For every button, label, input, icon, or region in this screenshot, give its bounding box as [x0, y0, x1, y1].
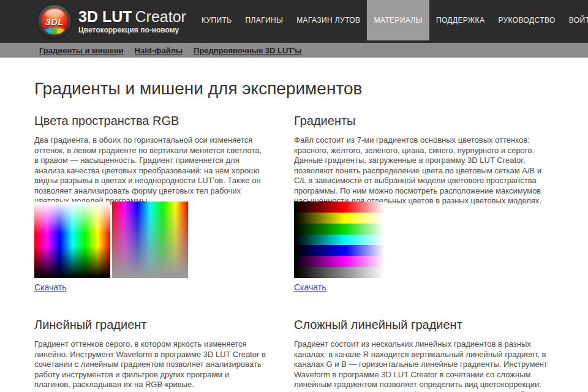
- color-stripes-figure: [294, 202, 554, 278]
- page: 3DL 3D LUTCreator Цветокоррекция по-ново…: [0, 0, 588, 392]
- section-heading-complex-linear-gradient: Сложный линейный градиент: [294, 317, 554, 332]
- nav-plugins[interactable]: ПЛАГИНЫ: [238, 0, 290, 40]
- column-left: Цвета пространства RGB Два градиента, в …: [34, 113, 267, 392]
- site-header: 3DL 3D LUTCreator Цветокоррекция по-ново…: [0, 0, 588, 43]
- logo-title: 3D LUTCreator: [78, 9, 186, 25]
- section-heading-rgb-space: Цвета пространства RGB: [34, 113, 267, 128]
- section-body-linear-gradient: Градиент оттенков серого, в котором ярко…: [34, 339, 267, 392]
- badge-rainbow-arc: [43, 28, 66, 34]
- gradient-stripe: [294, 267, 387, 278]
- rgb-gradients-figure: [34, 202, 267, 278]
- section-body-gradients: Файл состоит из 7-ми градиентов основных…: [294, 135, 554, 197]
- main-content: Градиенты и мишени для экспериментов Цве…: [0, 58, 588, 392]
- page-title: Градиенты и мишени для экспериментов: [34, 78, 554, 99]
- section-heading-gradients: Градиенты: [294, 113, 554, 128]
- hue-lightness-gradient-image: [34, 202, 110, 278]
- download-link-rgb-space[interactable]: Скачать: [34, 282, 67, 292]
- subnav: Градиенты и мишени Hald-файлы Предпрояво…: [0, 43, 588, 58]
- hue-saturation-gradient-image: [112, 202, 188, 278]
- gradient-stripe: [294, 202, 387, 213]
- subnav-hald-files[interactable]: Hald-файлы: [135, 46, 183, 55]
- gradient-stripe: [294, 245, 387, 256]
- nav-login[interactable]: ВОЙТИ: [562, 0, 588, 40]
- nav-manual[interactable]: РУКОВОДСТВО: [491, 0, 562, 40]
- gradient-stripe: [294, 213, 387, 224]
- nav-materials[interactable]: МАТЕРИАЛЫ: [367, 0, 429, 40]
- logo-3dl-badge-icon: 3DL: [38, 5, 71, 38]
- badge-label: 3DL: [45, 17, 64, 27]
- nav-lut-store[interactable]: МАГАЗИН ЛУТОВ: [290, 0, 367, 40]
- logo[interactable]: 3DL 3D LUTCreator Цветокоррекция по-ново…: [38, 5, 186, 38]
- download-link-gradients[interactable]: Скачать: [294, 282, 326, 292]
- section-heading-linear-gradient: Линейный градиент: [34, 317, 267, 332]
- section-body-complex-linear-gradient: Градиент состоит из нескольких линейных …: [294, 339, 554, 392]
- gradient-stripes-image: [294, 202, 387, 278]
- gradient-stripe: [294, 256, 387, 267]
- gradient-stripe: [294, 235, 387, 246]
- gradient-stripe: [294, 224, 387, 235]
- nav-buy[interactable]: КУПИТЬ: [195, 0, 239, 40]
- logo-tagline: Цветокоррекция по-новому: [78, 26, 186, 34]
- main-nav: КУПИТЬ ПЛАГИНЫ МАГАЗИН ЛУТОВ МАТЕРИАЛЫ П…: [195, 0, 588, 40]
- section-body-rgb-space: Два градиента, в обоих по горизонтальной…: [34, 135, 267, 197]
- subnav-preproof-luts[interactable]: Предпроявочные 3D LUT'ы: [194, 46, 301, 55]
- subnav-gradients-targets[interactable]: Градиенты и мишени: [39, 46, 124, 55]
- nav-support[interactable]: ПОДДЕРЖКА: [429, 0, 492, 40]
- column-right: Градиенты Файл состоит из 7-ми градиенто…: [294, 113, 554, 392]
